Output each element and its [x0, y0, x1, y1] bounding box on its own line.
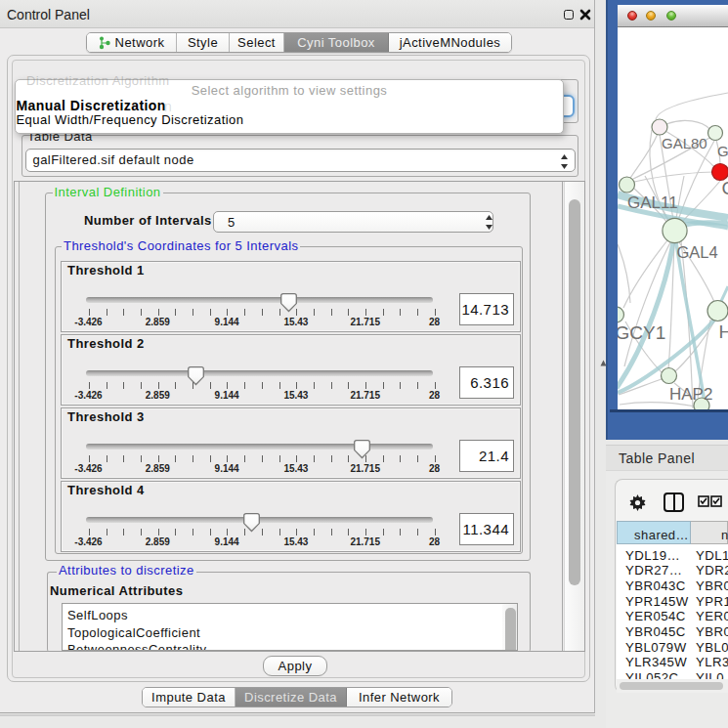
svg-text:GAL11: GAL11: [627, 193, 678, 212]
svg-text:GCY1: GCY1: [618, 322, 665, 343]
svg-text:GAL4: GAL4: [677, 243, 718, 261]
svg-text:H: H: [719, 321, 728, 342]
svg-text:HAP2: HAP2: [669, 385, 712, 404]
svg-text:GAL80: GAL80: [662, 135, 707, 151]
svg-text:C: C: [722, 178, 728, 198]
svg-text:GA: GA: [717, 143, 728, 159]
